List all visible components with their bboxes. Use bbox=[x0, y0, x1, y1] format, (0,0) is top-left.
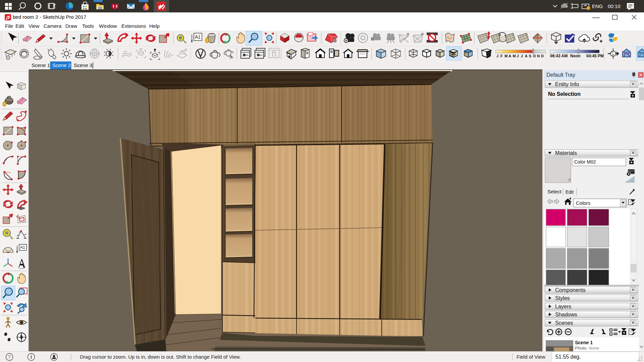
svg-text:Edit: Edit bbox=[566, 189, 574, 195]
svg-text:Layers: Layers bbox=[555, 304, 571, 309]
svg-text:A: A bbox=[612, 53, 614, 56]
svg-text:Scene 1: Scene 1 bbox=[575, 340, 593, 345]
svg-text:Select: Select bbox=[547, 189, 562, 194]
svg-text:N: N bbox=[537, 54, 540, 58]
svg-text:A: A bbox=[508, 54, 511, 58]
svg-text:Scene 2: Scene 2 bbox=[52, 62, 71, 68]
svg-text:Color M02: Color M02 bbox=[574, 159, 596, 165]
svg-text:Noon: Noon bbox=[570, 54, 581, 58]
svg-text:C: C bbox=[20, 334, 22, 337]
svg-text:06:43 AM: 06:43 AM bbox=[550, 54, 568, 58]
svg-text:Photo: None: Photo: None bbox=[575, 346, 599, 351]
svg-text:Scenes: Scenes bbox=[555, 320, 573, 326]
svg-text:No Selection: No Selection bbox=[548, 91, 581, 97]
svg-text:Styles: Styles bbox=[555, 295, 570, 301]
svg-text:Colors: Colors bbox=[576, 200, 590, 206]
svg-text:04:45 PM: 04:45 PM bbox=[586, 54, 604, 58]
svg-text:M: M bbox=[504, 54, 507, 58]
svg-text:D: D bbox=[541, 54, 544, 58]
svg-text:J: J bbox=[496, 54, 498, 58]
svg-text:A1: A1 bbox=[20, 245, 25, 250]
svg-text:?: ? bbox=[8, 354, 11, 360]
svg-text:Components: Components bbox=[555, 287, 586, 293]
svg-text:F: F bbox=[500, 54, 503, 58]
svg-text:bed room 2 - SketchUp Pro 2017: bed room 2 - SketchUp Pro 2017 bbox=[13, 14, 86, 20]
svg-text:M: M bbox=[513, 54, 516, 58]
svg-text:i: i bbox=[31, 354, 32, 360]
svg-text:Entity Info: Entity Info bbox=[555, 81, 579, 87]
svg-text:ENG: ENG bbox=[592, 3, 603, 9]
svg-text:S: S bbox=[529, 54, 531, 58]
svg-text:Scene 1: Scene 1 bbox=[32, 62, 50, 68]
svg-text:51.55 deg.: 51.55 deg. bbox=[555, 354, 581, 360]
svg-text:00:10: 00:10 bbox=[608, 3, 621, 9]
svg-text:Materials: Materials bbox=[555, 150, 577, 156]
svg-text:Default Tray: Default Tray bbox=[546, 72, 575, 78]
svg-text:A1: A1 bbox=[195, 34, 201, 40]
svg-text:J: J bbox=[517, 54, 519, 58]
svg-text:Shadows: Shadows bbox=[555, 312, 577, 317]
svg-text:Drag cursor to zoom. Up is in: Drag cursor to zoom. Up is in, down is o… bbox=[80, 354, 241, 360]
svg-text:O: O bbox=[533, 54, 536, 58]
svg-text:Field of View: Field of View bbox=[517, 354, 545, 360]
svg-text:A: A bbox=[525, 54, 528, 58]
svg-text:J: J bbox=[521, 54, 523, 58]
svg-text:Scene 3: Scene 3 bbox=[74, 62, 92, 68]
